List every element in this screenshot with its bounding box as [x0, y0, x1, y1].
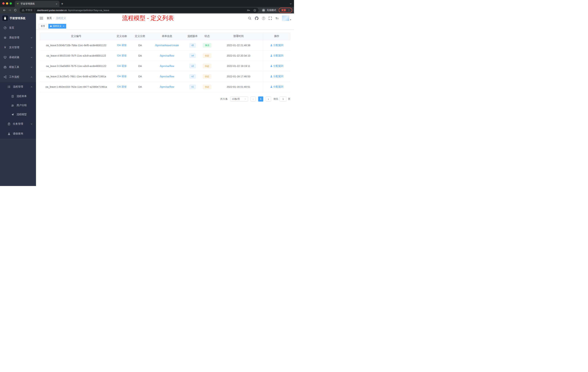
- status-tag: 挂起: [203, 64, 211, 68]
- goto-page: 前往 页: [273, 97, 290, 101]
- window-controls: [0, 0, 15, 7]
- assign-rule-link[interactable]: 分配规则: [270, 54, 284, 57]
- chevron-up-icon: [31, 86, 32, 88]
- security-warning-icon: [22, 9, 24, 11]
- app-logo-icon: [2, 15, 8, 21]
- update-label: 更新: [281, 9, 286, 12]
- tab-close-icon[interactable]: ×: [55, 2, 58, 5]
- next-page-button[interactable]: ›: [266, 97, 271, 101]
- password-key-icon[interactable]: [247, 9, 250, 12]
- assign-rule-link[interactable]: 分配规则: [270, 44, 284, 47]
- help-icon[interactable]: ?: [262, 17, 265, 20]
- form-info-link[interactable]: /bpm/oa/flow: [160, 54, 174, 57]
- window-zoom-button[interactable]: [10, 2, 12, 5]
- definition-name-link[interactable]: OA 请假: [117, 85, 126, 88]
- github-icon[interactable]: [255, 17, 258, 20]
- form-info-link[interactable]: /bpm/oa/leave/create: [155, 44, 179, 47]
- table-body: oa_leave:5:004b710b-7b8a-11ec-8ef0-acde4…: [40, 40, 290, 92]
- tag-close-icon[interactable]: ×: [63, 25, 64, 27]
- cell-status: 挂起: [200, 50, 214, 61]
- form-info-link[interactable]: /bpm/oa/flow: [160, 65, 174, 67]
- definition-name-link[interactable]: OA 请假: [117, 65, 126, 67]
- definition-name-link[interactable]: OA 请假: [117, 44, 126, 47]
- page-size-select[interactable]: 10条/页: [230, 97, 248, 101]
- table-row: oa_leave:2:3c1f0ef1-76b1-11ec-9c66-a2380…: [40, 71, 290, 82]
- breadcrumb-home[interactable]: 首页: [47, 17, 52, 20]
- sidebar-item-task-mgmt[interactable]: 任务管理: [0, 119, 36, 129]
- back-button[interactable]: [2, 8, 7, 13]
- browser-tab[interactable]: 芋道管理系统 ×: [15, 1, 59, 7]
- navbar-actions: ? TT ▾: [248, 15, 291, 21]
- cell-status: 激活: [200, 40, 214, 50]
- chevron-up-icon: [31, 76, 32, 78]
- tags-view-bar: 首页 流程定义 ×: [36, 23, 294, 30]
- window-close-button[interactable]: [2, 2, 5, 5]
- cell-definition-id: oa_leave:1:482ec033-762a-11ec-8477-a2380…: [40, 82, 113, 92]
- current-page[interactable]: 1: [258, 97, 263, 101]
- version-tag: v2: [189, 74, 196, 79]
- sidebar-item-home[interactable]: 首页: [0, 23, 36, 33]
- definition-name-link[interactable]: OA 请假: [117, 75, 126, 78]
- version-tag: v4: [189, 54, 196, 58]
- cell-operation: 分配规则: [263, 50, 290, 61]
- caret-down-icon: ▾: [290, 19, 291, 21]
- browser-menu-icon[interactable]: ⋮: [288, 9, 290, 12]
- paper-plane-icon: [11, 113, 14, 116]
- user-icon: [270, 44, 273, 46]
- fullscreen-icon[interactable]: [269, 17, 272, 20]
- sidebar-item-user-group[interactable]: 用户分组: [0, 101, 36, 110]
- tag-process-definition[interactable]: 流程定义 ×: [48, 24, 66, 29]
- chevron-down-icon: [31, 123, 32, 125]
- window-minimize-button[interactable]: [6, 2, 8, 5]
- cell-form-info: /bpm/oa/flow: [149, 71, 185, 82]
- cell-operation: 分配规则: [263, 40, 290, 50]
- assign-rule-link[interactable]: 分配规则: [270, 85, 284, 88]
- new-tab-button[interactable]: +: [59, 1, 65, 7]
- assign-rule-link[interactable]: 分配规则: [270, 65, 284, 67]
- col-operation: 操作: [263, 33, 290, 40]
- reload-button[interactable]: [13, 8, 18, 13]
- sidebar-item-payment-mgmt[interactable]: ¥ 支付管理: [0, 43, 36, 52]
- chevron-down-icon: [31, 66, 32, 68]
- sidebar-item-process-mgmt[interactable]: 流程管理: [0, 82, 36, 92]
- form-info-link[interactable]: /bpm/oa/flow: [160, 85, 174, 88]
- user-menu[interactable]: ▾: [282, 15, 291, 21]
- forward-button[interactable]: [7, 8, 12, 13]
- sidebar-item-leave-query[interactable]: 请假查询: [0, 129, 36, 139]
- prev-page-button[interactable]: ‹: [251, 97, 256, 101]
- definition-table: 定义编号 定义名称 定义分类 表单信息 流程版本 状态 部署时间 操作 oa_l…: [40, 33, 290, 92]
- monitor-icon: [3, 56, 7, 59]
- col-deploy-time: 部署时间: [214, 33, 263, 40]
- cell-form-info: /bpm/oa/flow: [149, 61, 185, 71]
- font-size-icon[interactable]: TT: [275, 17, 278, 20]
- browser-toolbar: 不安全 dashboard.yudao.iocoder.cn /bpm/mana…: [0, 7, 294, 13]
- cell-version: v4: [185, 50, 200, 61]
- cell-form-info: /bpm/oa/flow: [149, 82, 185, 92]
- table-header-row: 定义编号 定义名称 定义分类 表单信息 流程版本 状态 部署时间 操作: [40, 33, 290, 40]
- update-button[interactable]: 更新 ⋮: [279, 8, 292, 13]
- sidebar-item-infrastructure[interactable]: 基础设施: [0, 52, 36, 62]
- tab-search-icon[interactable]: [290, 2, 292, 6]
- goto-page-input[interactable]: [280, 97, 286, 101]
- assign-rule-link[interactable]: 分配规则: [270, 75, 284, 78]
- sidebar-item-dev-tools[interactable]: 研发工具: [0, 62, 36, 72]
- sidebar-item-system-mgmt[interactable]: ⚙ 系统管理: [0, 33, 36, 43]
- chevron-down-icon: [31, 37, 32, 39]
- address-bar[interactable]: 不安全 dashboard.yudao.iocoder.cn /bpm/mana…: [20, 8, 259, 13]
- incognito-icon: [262, 9, 265, 12]
- cell-operation: 分配规则: [263, 82, 290, 92]
- status-tag: 挂起: [203, 74, 211, 79]
- col-definition-name: 定义名称: [113, 33, 131, 40]
- bookmark-star-icon[interactable]: [253, 9, 256, 12]
- tag-home[interactable]: 首页: [39, 24, 47, 29]
- sidebar-item-process-model[interactable]: 流程模型: [0, 110, 36, 119]
- cell-version: v5: [185, 40, 200, 50]
- definition-name-link[interactable]: OA 请假: [117, 54, 126, 57]
- search-icon[interactable]: [248, 17, 251, 20]
- sidebar-toggle-icon[interactable]: [39, 16, 44, 20]
- sidebar-item-workflow[interactable]: 工作流程: [0, 72, 36, 82]
- sidebar-item-process-form[interactable]: 流程表单: [0, 92, 36, 101]
- sidebar-logo[interactable]: 芋道管理系统: [0, 13, 36, 23]
- cell-form-info: /bpm/oa/leave/create: [149, 40, 185, 50]
- form-info-link[interactable]: /bpm/oa/flow: [160, 75, 174, 78]
